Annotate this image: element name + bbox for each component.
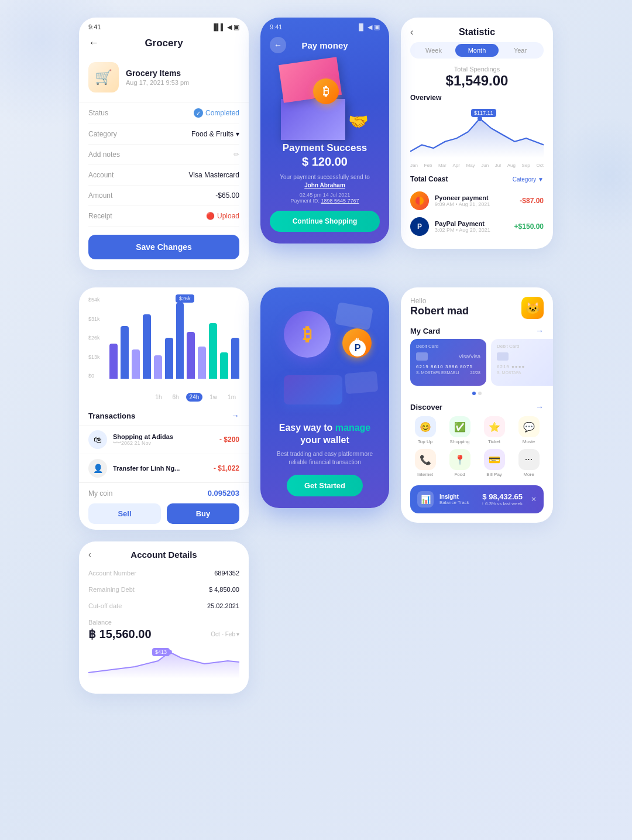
account-header: ‹ Account Details <box>79 541 249 565</box>
debit-card-light[interactable]: Debit Card 6219 ●●●● S. MOSTAFA <box>491 339 553 386</box>
account-number-row: Account Number 6894352 <box>79 565 249 581</box>
adidas-sub: ****2062 21 Nov <box>113 440 214 446</box>
status-bar-grocery: 9:41 ▐▌▌ ◀ ▣ <box>79 18 249 33</box>
wallet-sub-text: Best tradding and easy platformmore reli… <box>270 450 380 467</box>
crypto-bars <box>88 297 239 379</box>
discover-internet[interactable]: 📞 Internet <box>410 449 440 477</box>
top-row: 9:41 ▐▌▌ ◀ ▣ ← Grocery 🛒 Grocery Items A… <box>12 18 620 270</box>
success-title: Payment Success <box>270 142 380 154</box>
category-value: Food & Fruits ▾ <box>191 130 239 138</box>
card-dots <box>401 392 553 395</box>
insight-close-button[interactable]: ✕ <box>531 495 537 503</box>
status-label: Status <box>88 109 108 117</box>
topup-icon: 😊 <box>415 416 436 437</box>
movie-label: Movie <box>523 439 535 444</box>
wallet-main-text: Easy way to manage your wallet <box>270 422 380 447</box>
ticket-label: Ticket <box>488 439 500 444</box>
insight-bar[interactable]: 📊 Insight Balance Track $ 98,432.65 ↑ 6.… <box>410 485 544 513</box>
pioneer-info: Pyoneer payment 9:09 AM • Aug 21, 2021 <box>435 194 514 207</box>
amount-label: Amount <box>88 191 112 200</box>
category-label: Category <box>88 130 117 138</box>
card-float-1 <box>335 302 373 330</box>
pay-illustration: ₿ 🤝 <box>278 58 372 134</box>
buy-button[interactable]: Buy <box>167 503 239 524</box>
transactions-arrow[interactable]: → <box>231 411 239 420</box>
card-crypto: $54k $31k $26k $13k $0 <box>79 287 249 530</box>
dot-1 <box>472 392 476 395</box>
my-card-arrow[interactable]: → <box>535 326 544 335</box>
upload-label: Upload <box>217 212 239 220</box>
time-tab-1w[interactable]: 1w <box>206 393 221 402</box>
debit-card-blue[interactable]: Debit Card Visa/Visa 6219 8610 3886 8075… <box>410 339 486 386</box>
food-icon: 📍 <box>449 449 470 470</box>
discover-arrow[interactable]: → <box>535 402 544 412</box>
tab-week[interactable]: Week <box>412 44 455 57</box>
category-filter[interactable]: Category ▼ <box>513 176 544 183</box>
discover-grid: 😊 Top Up ✅ Shopping ⭐ Ticket 💬 Movie 📞 <box>401 416 553 483</box>
pay-3d-scene: ₿ 🤝 <box>281 61 369 131</box>
sell-button[interactable]: Sell <box>88 503 161 524</box>
time-tab-1m[interactable]: 1m <box>224 393 239 402</box>
hello-text: Hello <box>410 297 469 305</box>
bar-11 <box>220 352 228 379</box>
card-holder: S. MOSTAFA ESMAELI <box>416 371 459 375</box>
bar-4 <box>143 314 151 379</box>
discover-food[interactable]: 📍 Food <box>445 449 475 477</box>
cutoff-value: 25.02.2021 <box>207 602 239 609</box>
time-tab-6h[interactable]: 6h <box>169 393 182 402</box>
shopping-icon: ✅ <box>449 416 470 437</box>
bar-9 <box>198 347 206 379</box>
btc-scene: ₿ ₿ P <box>272 293 377 410</box>
time-tab-24h[interactable]: 24h <box>186 393 203 402</box>
account-label: Account <box>88 171 114 179</box>
wallet-text-section: Easy way to manage your wallet Best trad… <box>260 416 389 496</box>
time-pay: 9:41 <box>270 23 282 31</box>
card-network: Visa/Visa <box>459 354 480 359</box>
linh-info: Transfer for Linh Ng... <box>113 465 208 472</box>
discover-more[interactable]: ··· More <box>514 449 544 477</box>
upload-button[interactable]: 🔴 Upload <box>206 212 239 220</box>
transactions-header: Transactions → <box>79 407 249 425</box>
mini-badge: $413 <box>152 648 170 656</box>
insight-change: ↑ 6.3% vs last week <box>482 501 523 506</box>
save-changes-button[interactable]: Save Changes <box>88 235 239 259</box>
back-button-account[interactable]: ‹ <box>88 550 91 559</box>
discover-movie[interactable]: 💬 Movie <box>514 416 544 444</box>
my-card-header: My Card → <box>401 321 553 339</box>
balance-section: Balance ฿ 15,560.00 Oct - Feb ▾ <box>79 614 249 643</box>
time-grocery: 9:41 <box>88 23 101 31</box>
time-tab-1h[interactable]: 1h <box>152 393 165 402</box>
tab-year[interactable]: Year <box>499 44 542 57</box>
more-label: More <box>523 472 534 477</box>
remaining-debt-row: Remaining Debt $ 4,850.00 <box>79 581 249 598</box>
category-row: Category Food & Fruits ▾ <box>88 124 239 145</box>
cutoff-row: Cut-off date 25.02.2021 <box>79 598 249 614</box>
discover-billpay[interactable]: 💳 Bill Pay <box>479 449 509 477</box>
stat-tab-group: Week Month Year <box>410 42 544 59</box>
grocery-icon: 🛒 <box>88 62 119 92</box>
transactions-label: Transactions <box>88 412 135 420</box>
card-account: ‹ Account Details Account Number 6894352… <box>79 541 249 694</box>
my-coin-label: My coin <box>88 489 112 498</box>
get-started-button[interactable]: Get Started <box>287 475 363 496</box>
discover-topup[interactable]: 😊 Top Up <box>410 416 440 444</box>
notes-edit[interactable]: ✏ <box>233 150 239 159</box>
back-button-pay[interactable]: ← <box>270 37 286 53</box>
pay-title: Pay money <box>301 40 348 50</box>
continue-shopping-button[interactable]: Continue Shopping <box>270 211 380 232</box>
transaction-item-paypal: P PayPal Payment 3:02 PM • Aug 20, 2021 … <box>401 214 553 239</box>
hands-emoji: 🤝 <box>348 112 369 131</box>
movie-icon: 💬 <box>518 416 540 437</box>
back-button-stat[interactable]: ‹ <box>410 27 413 37</box>
insight-label: Insight <box>439 493 476 500</box>
discover-ticket[interactable]: ⭐ Ticket <box>479 416 509 444</box>
tab-month[interactable]: Month <box>455 44 499 57</box>
upload-icon: 🔴 <box>206 212 215 220</box>
back-button-grocery[interactable]: ← <box>88 37 99 49</box>
stat-title: Statistic <box>459 27 495 37</box>
total-amount: $1,549.00 <box>401 73 553 89</box>
pay-recipient[interactable]: John Abraham <box>272 181 377 190</box>
card-number: 6219 8610 3886 8075 <box>416 364 480 369</box>
ticket-icon: ⭐ <box>484 416 505 437</box>
discover-shopping[interactable]: ✅ Shopping <box>445 416 475 444</box>
